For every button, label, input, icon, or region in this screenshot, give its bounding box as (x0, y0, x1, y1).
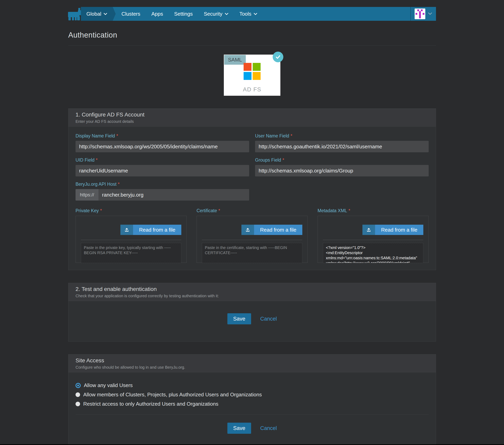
nav-item-apps[interactable]: Apps (146, 7, 169, 21)
field-groups: Groups Field* (255, 157, 429, 176)
user-menu[interactable] (410, 7, 436, 21)
private-key-panel: Read from a file Paste in the private ke… (75, 216, 187, 263)
microsoft-logo-icon (244, 63, 261, 80)
cancel-link[interactable]: Cancel (260, 316, 277, 322)
radio-unselected-icon (75, 392, 80, 397)
section1-title: 1. Configure AD FS Account (75, 111, 429, 118)
private-key-textarea[interactable]: Paste in the private key, typically star… (81, 243, 181, 263)
required-marker: * (116, 133, 118, 138)
required-marker: * (100, 208, 102, 213)
nav-spacer (263, 7, 410, 21)
groups-label: Groups Field* (255, 157, 429, 163)
panel-divider (323, 240, 423, 240)
auth-provider-row: SAML AD FS (68, 55, 436, 96)
metadata-xml-panel: Read from a file <?xml version="1.0"?> <… (318, 216, 429, 263)
file-field-certificate: Certificate* Read from a file Paste in (197, 208, 308, 263)
field-display-name: Display Name Field* (75, 133, 249, 152)
nav-item-global[interactable]: Global (81, 7, 113, 21)
display-name-label: Display Name Field* (75, 133, 249, 139)
field-uid: UID Field* (75, 157, 249, 176)
section-site-access: Site Access Configure who should be allo… (68, 354, 436, 444)
nav-item-security[interactable]: Security (198, 7, 234, 21)
section2-header: 2. Test and enable authentication Check … (68, 283, 436, 301)
user-name-input[interactable] (255, 141, 429, 152)
private-key-read-file-button[interactable]: Read from a file (120, 225, 181, 235)
certificate-label: Certificate* (197, 208, 308, 213)
upload-icon (120, 225, 133, 235)
site-access-cancel-link[interactable]: Cancel (260, 425, 277, 431)
radio-allow-any-valid-users[interactable]: Allow any valid Users (75, 382, 429, 389)
saml-badge: SAML (224, 55, 246, 65)
api-host-label: BeryJu.org API Host* (75, 182, 249, 187)
chevron-down-icon (428, 12, 432, 16)
upload-icon (241, 225, 254, 235)
radio-label: Restrict access to only Authorized Users… (83, 401, 218, 407)
ms-square-red (244, 63, 252, 71)
section-test-enable: 2. Test and enable authentication Check … (68, 283, 436, 342)
nav-item-label: Security (204, 11, 222, 17)
metadata-xml-textarea[interactable]: <?xml version="1.0"?> <md:EntityDescript… (323, 243, 423, 263)
nav-item-label: Settings (174, 11, 193, 17)
radio-label: Allow members of Clusters, Projects, plu… (83, 392, 262, 398)
required-marker: * (118, 182, 120, 187)
radio-restrict-access[interactable]: Restrict access to only Authorized Users… (75, 401, 429, 407)
chevron-down-icon (225, 13, 228, 15)
read-file-button-label: Read from a file (133, 225, 181, 235)
main-nav: Global Clusters Apps Settings Security T… (81, 7, 436, 21)
section1-header: 1. Configure AD FS Account Enter your AD… (68, 109, 436, 127)
uid-label: UID Field* (75, 157, 249, 163)
required-marker: * (349, 208, 350, 213)
panel-divider (81, 240, 181, 240)
nav-item-label: Clusters (121, 11, 140, 17)
nav-item-label: Apps (151, 11, 163, 17)
save-button[interactable]: Save (227, 313, 251, 324)
nav-item-settings[interactable]: Settings (169, 7, 198, 21)
radio-label: Allow any valid Users (84, 382, 133, 389)
nav-item-tools[interactable]: Tools (234, 7, 263, 21)
top-bar: Global Clusters Apps Settings Security T… (0, 0, 504, 21)
display-name-input[interactable] (75, 141, 249, 152)
nav-item-clusters[interactable]: Clusters (116, 7, 146, 21)
section2-title: 2. Test and enable authentication (75, 286, 429, 292)
section1-body: Display Name Field* User Name Field* UID… (68, 127, 436, 270)
field-api-host: BeryJu.org API Host* https:// (75, 182, 249, 201)
chevron-down-icon (104, 13, 107, 15)
nav-item-label: Global (86, 11, 101, 17)
site-access-actions: Save Cancel (75, 415, 429, 444)
api-host-input[interactable] (98, 189, 249, 201)
section2-subtitle: Check that your application is configure… (75, 294, 429, 298)
groups-input[interactable] (255, 165, 429, 176)
main-content: Authentication SAML AD FS 1. Configure A… (68, 21, 436, 444)
required-marker: * (96, 157, 98, 163)
footer: v2.5.5 English Download CLI (0, 444, 504, 445)
https-prefix-addon: https:// (75, 189, 98, 201)
section-configure-adfs: 1. Configure AD FS Account Enter your AD… (68, 108, 436, 270)
section1-subtitle: Enter your AD FS account details (75, 119, 429, 124)
site-access-subtitle: Configure who should be allowed to log i… (75, 365, 429, 370)
required-marker: * (283, 157, 284, 163)
required-marker: * (218, 208, 220, 213)
metadata-xml-read-file-button[interactable]: Read from a file (362, 225, 423, 235)
radio-allow-members[interactable]: Allow members of Clusters, Projects, plu… (75, 392, 429, 398)
provider-card-adfs[interactable]: SAML AD FS (224, 55, 280, 96)
site-access-body: Allow any valid Users Allow members of C… (68, 372, 436, 444)
field-user-name: User Name Field* (255, 133, 429, 152)
user-name-label: User Name Field* (255, 133, 429, 139)
read-file-button-label: Read from a file (254, 225, 302, 235)
section2-actions: Save Cancel (68, 301, 436, 341)
required-marker: * (291, 133, 292, 138)
private-key-label: Private Key* (75, 208, 187, 213)
page-title: Authentication (68, 31, 436, 39)
certificate-read-file-button[interactable]: Read from a file (241, 225, 302, 235)
panel-divider (202, 240, 302, 240)
chevron-down-icon (254, 13, 257, 15)
file-field-metadata-xml: Metadata XML* Read from a file <?xml ve (318, 208, 429, 263)
nav-item-label: Tools (239, 11, 252, 17)
uid-input[interactable] (75, 165, 249, 176)
radio-selected-icon (75, 383, 81, 388)
radio-unselected-icon (75, 402, 80, 406)
ms-square-green (253, 63, 261, 71)
metadata-xml-label: Metadata XML* (318, 208, 429, 213)
certificate-textarea[interactable]: Paste in the certificate, starting with … (202, 243, 302, 263)
site-access-save-button[interactable]: Save (227, 423, 251, 434)
